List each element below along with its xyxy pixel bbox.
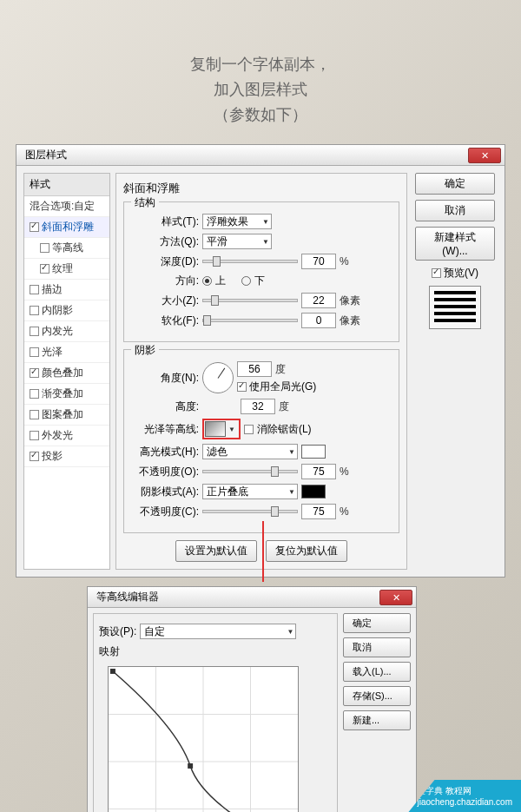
- style-checkbox[interactable]: [30, 431, 39, 440]
- style-list-item[interactable]: 投影: [24, 446, 109, 467]
- style-item-label: 光泽: [42, 345, 63, 360]
- style-item-label: 内发光: [42, 324, 73, 339]
- style-list-item[interactable]: 斜面和浮雕: [24, 217, 109, 238]
- soften-input[interactable]: 0: [301, 313, 336, 328]
- direction-label: 方向:: [133, 274, 199, 288]
- dialog-title: 图层样式: [20, 148, 67, 162]
- style-checkbox[interactable]: [30, 347, 39, 357]
- preview-thumbnail: [434, 291, 476, 324]
- gloss-label: 光泽等高线:: [133, 422, 199, 437]
- highlight-opacity-slider[interactable]: [202, 470, 298, 473]
- styles-list: 样式 混合选项:自定 斜面和浮雕等高线纹理描边内阴影内发光光泽颜色叠加渐变叠加图…: [23, 173, 110, 570]
- preview-checkbox[interactable]: [432, 268, 441, 278]
- blend-options-item[interactable]: 混合选项:自定: [24, 196, 109, 217]
- angle-input[interactable]: 56: [237, 361, 272, 377]
- soften-slider[interactable]: [202, 319, 298, 322]
- preset-label: 预设(P):: [99, 624, 136, 639]
- preview-box: [429, 286, 481, 329]
- antialias-checkbox[interactable]: [244, 425, 254, 434]
- style-checkbox[interactable]: [40, 264, 49, 274]
- set-default-button[interactable]: 设置为默认值: [175, 540, 257, 562]
- style-checkbox[interactable]: [30, 327, 39, 336]
- contour-editor-dialog: 等高线编辑器 ✕ 预设(P): 自定▼ 映射: [87, 586, 417, 812]
- gloss-contour-picker[interactable]: [205, 421, 226, 437]
- style-item-label: 斜面和浮雕: [42, 220, 94, 234]
- style-item-label: 渐变叠加: [42, 386, 83, 401]
- angle-control[interactable]: [202, 362, 234, 393]
- style-list-item[interactable]: 图案叠加: [24, 405, 109, 426]
- close-button[interactable]: ✕: [468, 148, 501, 163]
- depth-input[interactable]: 70: [301, 254, 336, 269]
- style-checkbox[interactable]: [30, 285, 39, 294]
- save-button[interactable]: 存储(S)...: [343, 686, 411, 706]
- gloss-contour-highlight: ▼: [202, 419, 241, 439]
- style-list-item[interactable]: 等高线: [24, 238, 109, 259]
- layer-style-dialog: 图层样式 ✕ 样式 混合选项:自定 斜面和浮雕等高线纹理描边内阴影内发光光泽颜色…: [16, 144, 505, 578]
- chevron-down-icon: ▼: [262, 238, 269, 246]
- panel-title: 斜面和浮雕: [123, 181, 399, 196]
- shadow-color-swatch[interactable]: [301, 485, 326, 498]
- preset-dropdown[interactable]: 自定▼: [140, 624, 296, 639]
- titlebar[interactable]: 等高线编辑器 ✕: [88, 587, 416, 608]
- style-list-item[interactable]: 颜色叠加: [24, 363, 109, 384]
- highlight-color-swatch[interactable]: [301, 445, 326, 459]
- chevron-down-icon: ▼: [262, 218, 269, 226]
- watermark: 查字典 教程网 jiaocheng.chazidian.com: [408, 780, 521, 812]
- style-list-item[interactable]: 内发光: [24, 321, 109, 342]
- style-checkbox[interactable]: [30, 306, 39, 315]
- new-button[interactable]: 新建...: [343, 710, 411, 730]
- depth-slider[interactable]: [202, 260, 298, 263]
- ok-button[interactable]: 确定: [415, 173, 495, 195]
- style-list-item[interactable]: 光泽: [24, 342, 109, 363]
- style-checkbox[interactable]: [40, 243, 49, 253]
- angle-label: 角度(N):: [133, 371, 199, 386]
- shading-fieldset: 阴影 角度(N): 56 度 使用全局光(G): [123, 349, 399, 533]
- style-list-item[interactable]: 内阴影: [24, 300, 109, 321]
- highlight-opacity-input[interactable]: 75: [301, 464, 336, 479]
- style-checkbox[interactable]: [30, 222, 39, 232]
- styles-header[interactable]: 样式: [24, 174, 109, 196]
- style-item-label: 图案叠加: [42, 407, 83, 422]
- style-list-item[interactable]: 渐变叠加: [24, 384, 109, 405]
- shadow-opacity-slider[interactable]: [202, 510, 298, 513]
- style-checkbox[interactable]: [30, 389, 39, 399]
- style-checkbox[interactable]: [30, 410, 39, 419]
- direction-up-radio[interactable]: [202, 276, 212, 286]
- style-checkbox[interactable]: [30, 452, 39, 461]
- reset-default-button[interactable]: 复位为默认值: [266, 540, 347, 562]
- cancel-button[interactable]: 取消: [415, 200, 495, 221]
- style-list-item[interactable]: 描边: [24, 280, 109, 300]
- direction-down-radio[interactable]: [241, 276, 251, 286]
- style-list-item[interactable]: 纹理: [24, 259, 109, 280]
- dialog-title: 等高线编辑器: [91, 590, 159, 604]
- global-light-checkbox[interactable]: [237, 382, 247, 392]
- style-checkbox[interactable]: [30, 368, 39, 378]
- highlight-mode-dropdown[interactable]: 滤色▼: [202, 444, 298, 459]
- ok-button[interactable]: 确定: [343, 613, 411, 633]
- shadow-opacity-input[interactable]: 75: [301, 504, 336, 519]
- shadow-mode-dropdown[interactable]: 正片叠底▼: [202, 484, 298, 499]
- mapping-label: 映射: [99, 644, 332, 659]
- structure-fieldset: 结构 样式(T): 浮雕效果▼ 方法(Q): 平滑▼ 深度(D): 70 % 方…: [123, 201, 399, 342]
- center-panel: 斜面和浮雕 结构 样式(T): 浮雕效果▼ 方法(Q): 平滑▼ 深度(D): …: [115, 173, 407, 570]
- chevron-down-icon[interactable]: ▼: [226, 426, 238, 433]
- curve-editor[interactable]: [108, 666, 299, 812]
- technique-dropdown[interactable]: 平滑▼: [202, 234, 272, 249]
- instruction-text: 复制一个字体副本， 加入图层样式 （参数如下）: [0, 0, 521, 144]
- depth-label: 深度(D):: [133, 254, 199, 269]
- size-slider[interactable]: [202, 299, 298, 302]
- style-item-label: 等高线: [52, 241, 83, 255]
- soften-label: 软化(F):: [133, 314, 199, 328]
- style-list-item[interactable]: 外发光: [24, 426, 109, 446]
- style-label: 样式(T):: [133, 215, 199, 229]
- titlebar[interactable]: 图层样式 ✕: [16, 145, 505, 166]
- cancel-button[interactable]: 取消: [343, 637, 411, 657]
- size-input[interactable]: 22: [301, 293, 336, 308]
- style-item-label: 投影: [42, 449, 63, 464]
- load-button[interactable]: 载入(L)...: [343, 662, 411, 682]
- new-style-button[interactable]: 新建样式(W)...: [415, 227, 495, 261]
- altitude-input[interactable]: 32: [241, 399, 275, 414]
- style-item-label: 描边: [42, 282, 63, 297]
- close-button[interactable]: ✕: [379, 590, 412, 605]
- style-dropdown[interactable]: 浮雕效果▼: [202, 214, 272, 229]
